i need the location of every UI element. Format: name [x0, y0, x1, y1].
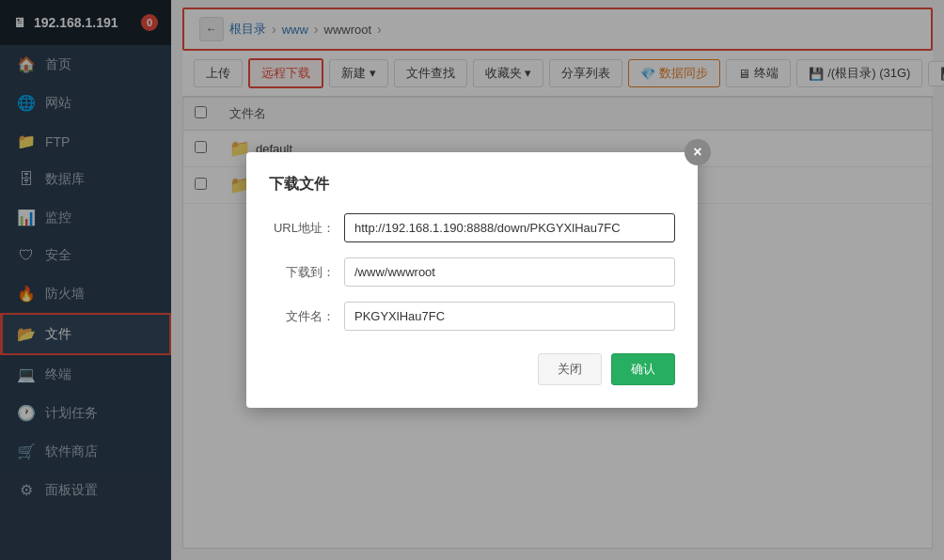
filename-row: 文件名： — [269, 302, 675, 331]
dest-input[interactable] — [344, 257, 675, 287]
url-input[interactable] — [344, 213, 675, 242]
modal-cancel-button[interactable]: 关闭 — [538, 353, 602, 385]
url-row: URL地址： — [269, 213, 675, 242]
filename-label: 文件名： — [269, 308, 335, 325]
download-modal: × 下载文件 URL地址： 下载到： 文件名： 关闭 确认 — [246, 152, 698, 408]
modal-confirm-button[interactable]: 确认 — [611, 353, 675, 385]
dest-row: 下载到： — [269, 257, 675, 287]
filename-input[interactable] — [344, 302, 675, 331]
dest-label: 下载到： — [269, 264, 335, 281]
modal-overlay: × 下载文件 URL地址： 下载到： 文件名： 关闭 确认 — [0, 0, 944, 560]
url-label: URL地址： — [269, 220, 335, 237]
modal-title: 下载文件 — [269, 175, 675, 194]
modal-footer: 关闭 确认 — [269, 353, 675, 385]
modal-close-button[interactable]: × — [684, 139, 711, 165]
